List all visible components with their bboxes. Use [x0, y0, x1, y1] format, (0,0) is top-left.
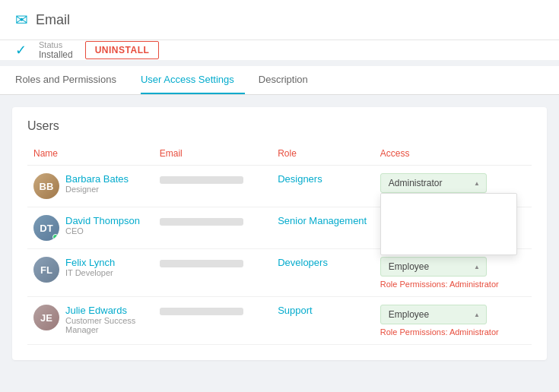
access-cell-felix: Employee Role Permissions: Administrator: [374, 249, 532, 297]
email-icon: ✉: [15, 11, 28, 29]
tab-description[interactable]: Description: [259, 66, 319, 94]
user-subtitle-felix: IT Developer: [65, 268, 115, 277]
email-blurred-julie: [160, 308, 243, 315]
users-table: Name Email Role Access BB B: [27, 144, 532, 345]
col-header-access: Access: [374, 144, 532, 166]
tab-roles-and-permissions[interactable]: Roles and Permissions: [15, 66, 127, 94]
col-header-email: Email: [154, 144, 272, 166]
role-link-julie[interactable]: Support: [278, 305, 313, 316]
avatar-initials-david: DT: [40, 223, 52, 234]
user-info-barbara: Barbara Bates Designer: [65, 173, 129, 194]
dropdown-btn-barbara[interactable]: Administrator: [380, 173, 487, 193]
role-permissions-label: Role Permissions:: [380, 280, 448, 289]
status-check-icon: ✓: [15, 42, 27, 58]
role-permissions-value-felix: Administrator: [449, 280, 499, 289]
table-row: JE Julie Edwards Customer Success Manage…: [27, 297, 532, 345]
app-title: Email: [36, 12, 70, 28]
avatar-initials-julie: JE: [40, 312, 52, 324]
role-link-david[interactable]: Senior Management: [278, 215, 367, 226]
access-cell-julie: Employee Role Permissions: Administrator: [374, 297, 532, 345]
user-info-felix: Felix Lynch IT Developer: [65, 257, 115, 277]
avatar-felix: FL: [33, 257, 59, 283]
dropdown-menu-barbara: [380, 193, 517, 255]
user-subtitle-julie: Customer Success Manager: [65, 316, 148, 334]
dropdown-btn-felix[interactable]: Employee: [380, 257, 487, 277]
role-link-barbara[interactable]: Designers: [278, 173, 322, 185]
dropdown-item-administrator[interactable]: [381, 194, 516, 209]
online-indicator-david: [52, 234, 59, 240]
avatar-julie: JE: [33, 305, 59, 330]
col-header-role: Role: [272, 144, 374, 166]
dropdown-item-inherit[interactable]: [381, 239, 516, 254]
dropdown-btn-julie[interactable]: Employee: [380, 305, 487, 324]
email-blurred-barbara: [160, 176, 243, 184]
role-link-felix[interactable]: Developers: [278, 257, 328, 268]
status-label: Status: [39, 40, 73, 49]
user-info-julie: Julie Edwards Customer Success Manager: [65, 305, 148, 334]
role-permissions-felix: Role Permissions: Administrator: [380, 280, 526, 289]
user-cell-barbara: BB Barbara Bates Designer: [33, 173, 148, 199]
user-subtitle-david: CEO: [65, 226, 140, 236]
section-title: Users: [27, 119, 532, 133]
avatar-david: DT: [33, 215, 59, 241]
avatar-barbara: BB: [33, 173, 59, 199]
col-header-name: Name: [27, 144, 154, 166]
uninstall-button[interactable]: UNINSTALL: [85, 41, 160, 59]
user-info-david: David Thompson CEO: [65, 215, 140, 236]
avatar-initials: BB: [40, 181, 54, 192]
user-name-felix: Felix Lynch: [65, 257, 115, 268]
user-name-david: David Thompson: [65, 215, 140, 226]
access-dropdown-julie[interactable]: Employee: [380, 305, 487, 324]
user-name-barbara: Barbara Bates: [65, 173, 129, 185]
user-cell-felix: FL Felix Lynch IT Developer: [33, 257, 148, 283]
access-dropdown-barbara[interactable]: Administrator: [380, 173, 487, 193]
dropdown-item-access-denied[interactable]: [381, 209, 516, 224]
main-content: Users Name Email Role Access BB: [12, 107, 547, 360]
role-permissions-label-julie: Role Permissions:: [380, 327, 448, 337]
user-cell-david: DT David Thompson CEO: [33, 215, 148, 241]
tabs-bar: Roles and Permissions User Access Settin…: [0, 66, 559, 95]
email-blurred-felix: [160, 260, 243, 267]
top-header: ✉ Email: [0, 0, 559, 40]
app-container: ✉ Email ✓ Status Installed UNINSTALL Rol…: [0, 0, 559, 392]
table-row: FL Felix Lynch IT Developer Developers: [27, 249, 532, 297]
tab-user-access-settings[interactable]: User Access Settings: [141, 66, 245, 94]
dropdown-item-employee[interactable]: [381, 224, 516, 239]
user-cell-julie: JE Julie Edwards Customer Success Manage…: [33, 305, 148, 334]
email-blurred-david: [160, 218, 243, 226]
status-value: Installed: [39, 49, 73, 60]
status-bar: ✓ Status Installed UNINSTALL: [0, 40, 559, 60]
status-info: Status Installed: [39, 40, 73, 60]
role-permissions-julie: Role Permissions: Administrator: [380, 327, 526, 337]
user-name-julie: Julie Edwards: [65, 305, 148, 316]
user-subtitle-barbara: Designer: [65, 185, 129, 194]
role-permissions-value-julie: Administrator: [449, 327, 499, 337]
avatar-initials-felix: FL: [40, 264, 52, 276]
access-dropdown-felix[interactable]: Employee: [380, 257, 487, 277]
table-row: BB Barbara Bates Designer Designers: [27, 166, 532, 207]
